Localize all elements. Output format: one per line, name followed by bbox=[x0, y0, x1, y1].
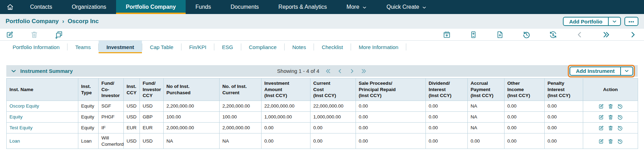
add-portfolio-button[interactable]: Add Portfolio bbox=[564, 18, 608, 25]
section-title: Instrument Summary bbox=[20, 68, 73, 74]
nav-item-reports-analytics[interactable]: Reports & Analytics bbox=[269, 0, 337, 14]
table-row: LoanLoanWill ComerfordUSDUSDNANA0.000.00… bbox=[7, 133, 638, 149]
audit-history-icon[interactable] bbox=[522, 30, 531, 39]
chevron-down-icon bbox=[612, 19, 617, 24]
row-history-icon[interactable] bbox=[617, 138, 623, 144]
next-page-icon[interactable] bbox=[349, 68, 355, 74]
action-cell bbox=[583, 123, 638, 133]
tab-teams[interactable]: Teams bbox=[67, 41, 98, 53]
breadcrumb-bar: Portfolio Company › Oscorp Inc Add Portf… bbox=[0, 14, 644, 29]
collapse-section-icon[interactable] bbox=[10, 68, 17, 74]
instrument-link[interactable]: Equity bbox=[9, 114, 23, 119]
row-delete-icon[interactable] bbox=[608, 125, 614, 131]
column-header: Other Income (Inst CCY) bbox=[505, 78, 545, 101]
column-header: Dividend/ Interest (Inst CCY) bbox=[426, 78, 468, 101]
instrument-link[interactable]: Oscorp Equity bbox=[9, 103, 39, 109]
instrument-summary-header: Instrument Summary Showing 1 - 4 of 4 Ad… bbox=[6, 65, 638, 77]
add-instrument-dropdown[interactable] bbox=[620, 67, 632, 75]
nav-item-organizations[interactable]: Organizations bbox=[62, 0, 116, 14]
action-cell bbox=[583, 101, 638, 112]
chevron-down-icon bbox=[422, 5, 427, 10]
delete-icon[interactable] bbox=[30, 30, 38, 39]
add-document-icon[interactable] bbox=[496, 30, 504, 39]
nav-item-portfolio-company[interactable]: Portfolio Company bbox=[116, 0, 186, 14]
breadcrumb: Portfolio Company › Oscorp Inc bbox=[6, 18, 99, 25]
chevron-down-icon bbox=[624, 68, 629, 74]
detail-tabs: Portfolio InformationTeamsInvestmentCap … bbox=[0, 41, 644, 53]
row-delete-icon[interactable] bbox=[608, 103, 614, 109]
tab-esg[interactable]: ESG bbox=[214, 41, 241, 53]
nav-home[interactable] bbox=[0, 0, 20, 14]
record-toolbar: $ bbox=[0, 29, 644, 41]
tab-compliance[interactable]: Compliance bbox=[241, 41, 284, 53]
tab-notes[interactable]: Notes bbox=[285, 41, 314, 53]
column-header: Fund/ Co- Investor bbox=[99, 78, 124, 101]
breadcrumb-parent[interactable]: Portfolio Company bbox=[6, 18, 59, 25]
nav-item-more[interactable]: More bbox=[337, 0, 377, 14]
instrument-table: Inst. NameInst. TypeFund/ Co- InvestorIn… bbox=[6, 78, 638, 149]
table-row: Oscorp EquityEquitySGFUSDUSD2,200,000.00… bbox=[7, 101, 638, 112]
nav-item-documents[interactable]: Documents bbox=[221, 0, 269, 14]
instrument-link[interactable]: Loan bbox=[9, 138, 20, 144]
add-instrument-highlight: Add Instrument bbox=[568, 65, 635, 77]
row-delete-icon[interactable] bbox=[608, 138, 614, 144]
tab-more-information[interactable]: More Information bbox=[351, 41, 406, 53]
last-page-icon[interactable] bbox=[360, 68, 367, 74]
more-options-button[interactable]: ••• bbox=[624, 17, 638, 26]
tab-divider bbox=[406, 43, 406, 50]
add-instrument-button[interactable]: Add Instrument bbox=[570, 67, 620, 75]
table-row: Test EquityEquityIFEUREUR2,000,000.002,0… bbox=[7, 123, 638, 133]
previous-record-icon[interactable] bbox=[575, 30, 584, 39]
breadcrumb-current: Oscorp Inc bbox=[67, 18, 99, 25]
pagination: Showing 1 - 4 of 4 bbox=[277, 68, 367, 74]
top-navigation: Contacts Organizations Portfolio Company… bbox=[0, 0, 644, 14]
skip-records-icon[interactable] bbox=[602, 30, 610, 39]
action-cell bbox=[583, 133, 638, 149]
column-header: Accrual Payment (Inst CCY) bbox=[468, 78, 505, 101]
tab-portfolio-information[interactable]: Portfolio Information bbox=[5, 41, 67, 53]
column-header: Penalty Interest (Inst CCY) bbox=[545, 78, 583, 101]
nav-item-contacts[interactable]: Contacts bbox=[20, 0, 62, 14]
column-header: No. of Inst. Current bbox=[220, 78, 262, 101]
edit-icon[interactable] bbox=[6, 30, 14, 39]
row-delete-icon[interactable] bbox=[608, 114, 614, 120]
row-edit-icon[interactable] bbox=[598, 125, 604, 131]
column-header: Current Cost (Inst CCY) bbox=[310, 78, 356, 101]
row-history-icon[interactable] bbox=[617, 114, 623, 120]
instrument-summary-table-wrap: Inst. NameInst. TypeFund/ Co- InvestorIn… bbox=[6, 78, 638, 149]
column-header: Inst. Name bbox=[7, 78, 78, 101]
next-record-icon[interactable] bbox=[629, 30, 637, 39]
column-header: Action bbox=[583, 78, 638, 101]
instrument-link[interactable]: Test Equity bbox=[9, 125, 33, 130]
previous-page-icon[interactable] bbox=[337, 68, 343, 74]
chevron-down-icon bbox=[362, 5, 367, 10]
tab-fin-kpi[interactable]: Fin/KPI bbox=[181, 41, 214, 53]
row-edit-icon[interactable] bbox=[598, 114, 604, 120]
duplicate-add-icon[interactable] bbox=[55, 30, 63, 39]
home-icon bbox=[6, 3, 14, 11]
row-edit-icon[interactable] bbox=[598, 103, 604, 109]
column-header: Sale Proceeds/ Principal Repaid (Inst CC… bbox=[356, 78, 426, 101]
table-row: EquityEquityPHGFUSDGBP100.00100.001,000,… bbox=[7, 112, 638, 123]
showing-count: Showing 1 - 4 of 4 bbox=[277, 68, 320, 74]
svg-text:$: $ bbox=[552, 33, 554, 36]
add-task-icon[interactable] bbox=[469, 30, 478, 39]
column-header: No of Inst. Purchased bbox=[164, 78, 220, 101]
currency-refresh-icon[interactable]: $ bbox=[549, 30, 557, 39]
column-header: Fund/ Investor CCY bbox=[140, 78, 164, 101]
nav-item-funds[interactable]: Funds bbox=[186, 0, 221, 14]
add-portfolio-dropdown[interactable] bbox=[608, 18, 620, 25]
tab-investment[interactable]: Investment bbox=[99, 41, 142, 53]
action-cell bbox=[583, 112, 638, 123]
tab-cap-table[interactable]: Cap Table bbox=[142, 41, 181, 53]
row-history-icon[interactable] bbox=[617, 125, 623, 131]
nav-item-quick-create[interactable]: Quick Create bbox=[377, 0, 437, 14]
table-header: Inst. NameInst. TypeFund/ Co- InvestorIn… bbox=[7, 78, 638, 101]
breadcrumb-separator: › bbox=[62, 18, 64, 25]
add-portfolio-split-button: Add Portfolio bbox=[563, 17, 621, 26]
row-edit-icon[interactable] bbox=[598, 138, 604, 144]
tab-checklist[interactable]: Checklist bbox=[314, 41, 351, 53]
first-page-icon[interactable] bbox=[325, 68, 331, 74]
add-event-calendar-icon[interactable] bbox=[443, 30, 451, 39]
row-history-icon[interactable] bbox=[617, 103, 623, 109]
